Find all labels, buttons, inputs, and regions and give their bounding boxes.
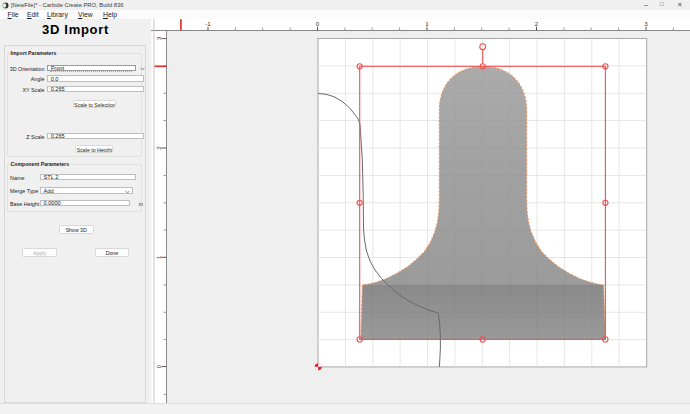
svg-text:3: 3 <box>155 36 162 40</box>
svg-text:1: 1 <box>155 255 162 259</box>
svg-text:2: 2 <box>155 146 162 150</box>
svg-text:2: 2 <box>535 20 539 27</box>
svg-text:0: 0 <box>316 20 320 27</box>
svg-text:1: 1 <box>425 20 429 27</box>
svg-text:0: 0 <box>155 364 162 368</box>
svg-text:-1: -1 <box>205 20 211 27</box>
svg-text:3: 3 <box>644 20 648 27</box>
